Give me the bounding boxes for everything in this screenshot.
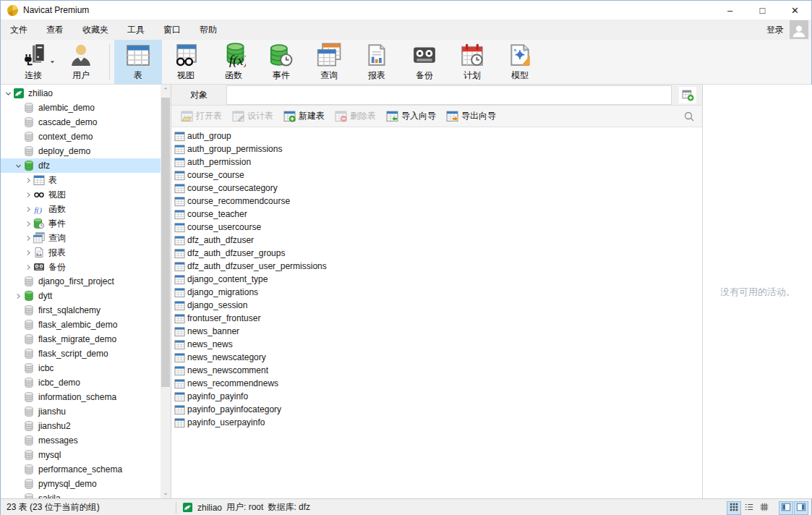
toolbar-table-big-button[interactable]: 表 xyxy=(114,40,162,84)
tree-item-dfz[interactable]: dfz xyxy=(1,158,161,173)
table-row[interactable]: payinfo_payinfocategory xyxy=(171,403,702,416)
table-row[interactable]: auth_group xyxy=(171,129,702,142)
table-row[interactable]: dfz_auth_dfzuser_user_permissions xyxy=(171,260,702,273)
tree-item-查询[interactable]: 查询 xyxy=(1,231,161,245)
menu-item-4[interactable]: 窗口 xyxy=(154,21,190,39)
tree-item-pymysql_demo[interactable]: pymysql_demo xyxy=(1,477,161,491)
tree-item-zhiliao[interactable]: zhiliao xyxy=(1,86,161,101)
scroll-down-icon[interactable]: ⌄ xyxy=(161,487,171,498)
table-row[interactable]: django_session xyxy=(171,299,702,312)
chevron-right-icon[interactable] xyxy=(24,190,33,200)
table-row[interactable]: news_recommendnews xyxy=(171,377,702,390)
tree-item-备份[interactable]: 备份 xyxy=(1,260,161,274)
toolbar-query-big-button[interactable]: 查询 xyxy=(305,40,353,84)
toolbar-model-big-button[interactable]: 模型 xyxy=(496,40,544,84)
grid-view-button[interactable] xyxy=(727,501,741,515)
new-table-button[interactable]: 新建表 xyxy=(278,108,330,124)
tree-item-cascade_demo[interactable]: cascade_demo xyxy=(1,115,161,129)
tree-item-performance_schema[interactable]: performance_schema xyxy=(1,462,161,477)
tree-item-报表[interactable]: 报表 xyxy=(1,245,161,260)
table-row[interactable]: payinfo_userpayinfo xyxy=(171,416,702,429)
tree-item-icbc_demo[interactable]: icbc_demo xyxy=(1,375,161,390)
sidebar-scrollbar[interactable]: ⌃ ⌄ xyxy=(161,85,171,498)
table-row[interactable]: news_newscomment xyxy=(171,364,702,377)
chevron-right-icon[interactable] xyxy=(24,219,33,229)
toolbar-view-big-button[interactable]: 视图 xyxy=(162,40,210,84)
menu-item-1[interactable]: 查看 xyxy=(37,21,73,39)
tree-item-alembic_demo[interactable]: alembic_demo xyxy=(1,101,161,115)
table-row[interactable]: dfz_auth_dfzuser xyxy=(171,234,702,247)
toolbar-connection-button[interactable]: 连接 xyxy=(9,40,57,84)
menu-item-0[interactable]: 文件 xyxy=(1,21,37,39)
toolbar-event-big-button[interactable]: 事件 xyxy=(257,40,305,84)
tree-item-dytt[interactable]: dytt xyxy=(1,289,161,303)
login-button[interactable]: 登录 xyxy=(766,24,784,36)
chevron-right-icon[interactable] xyxy=(14,291,23,301)
close-button[interactable]: ✕ xyxy=(779,1,811,20)
toolbar-backup-big-button[interactable]: 备份 xyxy=(401,40,448,84)
tree-item-函数[interactable]: f()函数 xyxy=(1,202,161,216)
tree-item-information_schema[interactable]: information_schema xyxy=(1,390,161,404)
delete-table-button[interactable]: 删除表 xyxy=(330,108,381,124)
design-table-button[interactable]: 设计表 xyxy=(227,108,278,124)
caret-down-icon[interactable] xyxy=(49,57,56,64)
tree-item-deploy_demo[interactable]: deploy_demo xyxy=(1,144,161,158)
chevron-right-icon[interactable] xyxy=(24,205,33,214)
tree-item-jianshu[interactable]: jianshu xyxy=(1,404,161,419)
table-row[interactable]: auth_group_permissions xyxy=(171,142,702,156)
maximize-button[interactable]: □ xyxy=(746,1,779,20)
scroll-up-icon[interactable]: ⌃ xyxy=(161,85,171,96)
toggle-left-panel-button[interactable] xyxy=(779,501,793,515)
table-row[interactable]: course_course xyxy=(171,169,702,182)
table-row[interactable]: django_migrations xyxy=(171,286,702,299)
tree-item-messages[interactable]: messages xyxy=(1,433,161,448)
tree-item-事件[interactable]: 事件 xyxy=(1,216,161,231)
table-row[interactable]: news_banner xyxy=(171,325,702,338)
scrollbar-thumb[interactable] xyxy=(161,98,170,387)
tree-item-视图[interactable]: 视图 xyxy=(1,187,161,202)
minimize-button[interactable]: – xyxy=(714,1,746,20)
chevron-down-icon[interactable] xyxy=(14,161,23,171)
export-wizard-button[interactable]: 导出向导 xyxy=(441,108,501,124)
search-icon[interactable] xyxy=(683,111,695,122)
toolbar-user-button[interactable]: 用户 xyxy=(57,40,105,84)
tree-item-django_first_project[interactable]: django_first_project xyxy=(1,274,161,289)
table-row[interactable]: news_newscategory xyxy=(171,351,702,364)
table-row[interactable]: course_recommendcourse xyxy=(171,195,702,208)
chevron-right-icon[interactable] xyxy=(24,176,33,185)
table-row[interactable]: frontuser_frontuser xyxy=(171,312,702,325)
user-avatar[interactable] xyxy=(790,20,808,39)
tree-item-context_demo[interactable]: context_demo xyxy=(1,129,161,144)
chevron-right-icon[interactable] xyxy=(24,263,33,272)
table-row[interactable]: dfz_auth_dfzuser_groups xyxy=(171,247,702,260)
table-row[interactable]: course_teacher xyxy=(171,208,702,221)
list-view-button[interactable] xyxy=(742,501,756,515)
toolbar-report-big-button[interactable]: 报表 xyxy=(353,40,401,84)
menu-item-5[interactable]: 帮助 xyxy=(190,21,226,39)
tree-item-sakila[interactable]: sakila xyxy=(1,491,161,498)
table-row[interactable]: course_coursecategory xyxy=(171,182,702,195)
toggle-right-panel-button[interactable] xyxy=(794,501,808,515)
menu-item-3[interactable]: 工具 xyxy=(118,21,154,39)
tree-item-icbc[interactable]: icbc xyxy=(1,361,161,375)
tree-item-flask_migrate_demo[interactable]: flask_migrate_demo xyxy=(1,332,161,346)
toolbar-schedule-big-button[interactable]: 计划 xyxy=(448,40,496,84)
chevron-right-icon[interactable] xyxy=(24,248,33,258)
detail-view-button[interactable] xyxy=(757,501,772,515)
table-row[interactable]: news_news xyxy=(171,338,702,351)
chevron-down-icon[interactable] xyxy=(4,89,13,98)
menu-item-2[interactable]: 收藏夹 xyxy=(73,21,118,39)
toolbar-function-big-button[interactable]: f(x)函数 xyxy=(210,40,257,84)
new-query-tab-button[interactable] xyxy=(679,87,696,103)
tree-item-表[interactable]: 表 xyxy=(1,173,161,187)
table-row[interactable]: payinfo_payinfo xyxy=(171,390,702,403)
import-wizard-button[interactable]: 导入向导 xyxy=(381,108,441,124)
tree-item-flask_script_demo[interactable]: flask_script_demo xyxy=(1,346,161,361)
tree-item-mysql[interactable]: mysql xyxy=(1,448,161,462)
open-table-button[interactable]: 打开表 xyxy=(176,108,227,124)
table-row[interactable]: course_usercourse xyxy=(171,221,702,234)
tree-item-jianshu2[interactable]: jianshu2 xyxy=(1,419,161,433)
chevron-right-icon[interactable] xyxy=(24,234,33,243)
tree-item-flask_alembic_demo[interactable]: flask_alembic_demo xyxy=(1,318,161,332)
table-row[interactable]: django_content_type xyxy=(171,273,702,286)
